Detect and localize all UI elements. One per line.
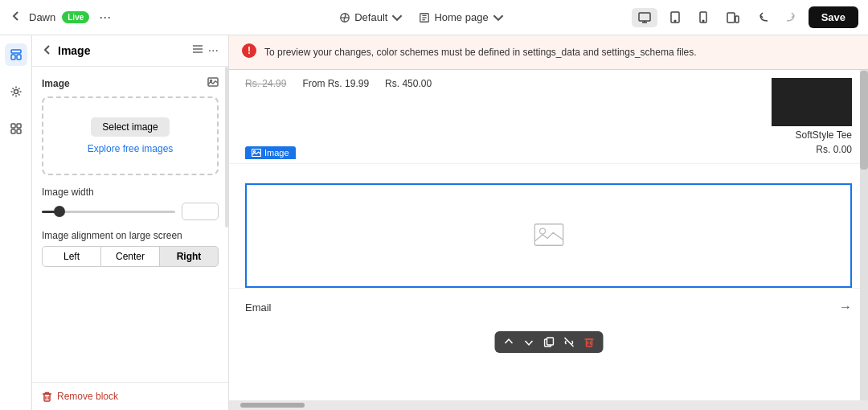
image-block[interactable] <box>245 183 852 288</box>
image-section-label: Image <box>42 76 219 90</box>
svg-rect-18 <box>11 124 15 128</box>
svg-point-33 <box>254 151 256 153</box>
price-from: From Rs. 19.99 <box>302 78 369 89</box>
product-name: SoftStyle Tee <box>796 129 853 141</box>
explore-free-images-link[interactable]: Explore free images <box>88 143 174 154</box>
svg-rect-16 <box>17 55 21 59</box>
image-block-label-text: Image <box>264 148 289 158</box>
page-selector[interactable]: Home page <box>419 11 503 23</box>
image-placeholder-icon <box>533 223 565 249</box>
sidebar-item-apps[interactable] <box>5 117 27 140</box>
toolbar-duplicate-button[interactable] <box>539 334 558 350</box>
canvas-scrollbar-thumb <box>860 71 868 170</box>
warning-icon: ! <box>242 43 256 61</box>
image-block-container[interactable]: Image <box>245 164 852 288</box>
sidebar-footer: Remove block <box>32 382 228 410</box>
svg-rect-27 <box>44 394 50 401</box>
site-name: Dawn <box>29 11 55 23</box>
svg-point-17 <box>14 90 18 94</box>
svg-point-9 <box>674 20 676 22</box>
warning-text: To preview your changes, color schemes m… <box>264 47 697 58</box>
warning-banner: ! To preview your changes, color schemes… <box>229 35 868 70</box>
align-center-button[interactable]: Center <box>101 246 160 267</box>
back-icon[interactable] <box>10 10 23 25</box>
toolbar-hide-button[interactable] <box>559 334 578 350</box>
svg-rect-12 <box>727 13 735 23</box>
product-price: Rs. 0.00 <box>816 144 852 155</box>
toolbar-move-button[interactable] <box>499 334 518 350</box>
svg-rect-39 <box>586 339 592 346</box>
svg-point-35 <box>539 228 545 234</box>
image-section-icon <box>207 76 219 90</box>
sidebar-back-button[interactable] <box>42 44 53 58</box>
toolbar-move-down-button[interactable] <box>519 334 538 350</box>
sidebar-header: Image ··· <box>32 35 228 67</box>
svg-rect-14 <box>11 50 21 53</box>
custom-view-button[interactable] <box>720 8 746 27</box>
main-layout: Image ··· Image Select image Explore fre <box>0 35 868 410</box>
topbar: Dawn Live ··· Default Home page <box>0 0 868 35</box>
email-arrow-icon: → <box>839 300 852 314</box>
canvas-area: ! To preview your changes, color schemes… <box>229 35 868 410</box>
sidebar: Image ··· Image Select image Explore fre <box>32 35 229 410</box>
svg-rect-37 <box>547 338 553 345</box>
image-width-input[interactable]: 100 <box>182 203 219 220</box>
email-text: Email <box>245 301 272 314</box>
topbar-left: Dawn Live ··· <box>10 9 211 26</box>
sidebar-item-sections[interactable] <box>5 43 27 66</box>
image-width-label: Image width <box>42 187 219 198</box>
redo-button[interactable] <box>778 8 802 27</box>
alignment-buttons: Left Center Right <box>42 246 219 267</box>
more-options-button[interactable]: ··· <box>99 9 111 26</box>
topbar-right: Save <box>632 6 858 28</box>
theme-label: Default <box>354 11 387 23</box>
svg-rect-20 <box>11 129 15 133</box>
svg-text:!: ! <box>248 45 251 56</box>
price-single: Rs. 450.00 <box>385 78 432 89</box>
image-block-tag: Image <box>245 146 296 159</box>
tablet-view-button[interactable] <box>664 7 686 27</box>
select-image-button[interactable]: Select image <box>91 117 169 137</box>
svg-rect-13 <box>735 16 739 23</box>
sidebar-list-icon[interactable] <box>192 43 203 58</box>
svg-rect-21 <box>17 129 21 133</box>
sidebar-content: Image Select image Explore free images I… <box>32 67 228 382</box>
page-label: Home page <box>434 11 488 23</box>
image-alignment-label: Image alignment on large screen <box>42 230 219 241</box>
theme-selector[interactable]: Default <box>339 11 403 23</box>
canvas-scrollbar-thumb-h <box>240 403 305 408</box>
sidebar-header-icons: ··· <box>192 43 219 58</box>
remove-block-button[interactable]: Remove block <box>42 391 118 402</box>
live-badge: Live <box>62 11 89 23</box>
mobile-view-button[interactable] <box>693 7 714 27</box>
svg-rect-19 <box>17 124 21 128</box>
email-section: Email → <box>229 288 868 326</box>
svg-rect-15 <box>11 55 15 59</box>
undo-redo-group <box>752 8 802 27</box>
remove-block-label: Remove block <box>57 391 118 402</box>
product-row: Rs. 24.99 From Rs. 19.99 Rs. 450.00 Soft… <box>229 70 868 164</box>
desktop-view-button[interactable] <box>632 8 657 27</box>
canvas-wrapper: Rs. 24.99 From Rs. 19.99 Rs. 450.00 Soft… <box>229 70 868 400</box>
canvas-content: Rs. 24.99 From Rs. 19.99 Rs. 450.00 Soft… <box>229 70 868 400</box>
image-width-slider[interactable] <box>42 211 175 213</box>
align-left-button[interactable]: Left <box>42 246 101 267</box>
canvas-scrollbar-bottom[interactable] <box>229 400 868 410</box>
toolbar-delete-button[interactable] <box>579 334 598 350</box>
sidebar-item-settings[interactable] <box>5 80 27 103</box>
canvas-scrollbar-right[interactable] <box>860 70 868 400</box>
svg-point-11 <box>702 20 704 22</box>
align-right-button[interactable]: Right <box>160 246 219 267</box>
sidebar-more-icon[interactable]: ··· <box>208 43 219 58</box>
floating-toolbar <box>494 331 603 353</box>
product-card: SoftStyle Tee Rs. 0.00 <box>772 78 852 155</box>
image-width-row: 100 <box>42 203 219 220</box>
product-thumbnail <box>772 78 852 126</box>
sidebar-title: Image <box>58 44 187 57</box>
image-upload-area: Select image Explore free images <box>42 96 219 175</box>
save-button[interactable]: Save <box>809 6 858 28</box>
svg-rect-5 <box>639 13 650 21</box>
undo-button[interactable] <box>752 8 776 27</box>
topbar-center: Default Home page <box>219 11 623 23</box>
price-old: Rs. 24.99 <box>245 78 286 89</box>
